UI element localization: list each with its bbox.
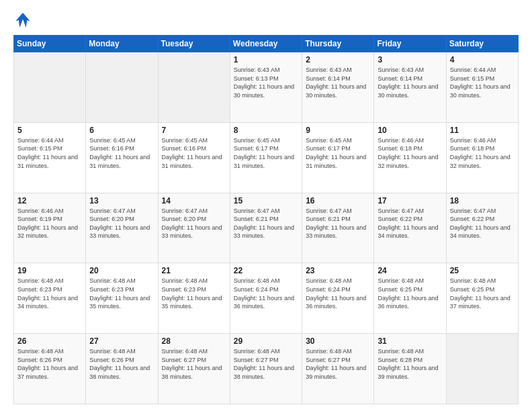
day-number: 16 bbox=[306, 196, 370, 205]
calendar-cell: 15Sunrise: 6:47 AMSunset: 6:21 PMDayligh… bbox=[230, 193, 302, 263]
day-number: 31 bbox=[378, 336, 442, 346]
calendar-cell bbox=[446, 334, 518, 404]
day-info: Sunrise: 6:43 AMSunset: 6:13 PMDaylight:… bbox=[234, 66, 298, 99]
logo-icon bbox=[13, 11, 32, 30]
calendar-cell: 27Sunrise: 6:48 AMSunset: 6:26 PMDayligh… bbox=[86, 334, 158, 404]
calendar-cell: 20Sunrise: 6:48 AMSunset: 6:23 PMDayligh… bbox=[86, 263, 158, 334]
day-info: Sunrise: 6:48 AMSunset: 6:27 PMDaylight:… bbox=[306, 347, 370, 381]
calendar-cell: 24Sunrise: 6:48 AMSunset: 6:25 PMDayligh… bbox=[374, 263, 446, 334]
day-number: 25 bbox=[450, 266, 515, 275]
day-info: Sunrise: 6:44 AMSunset: 6:15 PMDaylight:… bbox=[450, 66, 515, 99]
day-info: Sunrise: 6:48 AMSunset: 6:25 PMDaylight:… bbox=[378, 277, 442, 310]
calendar-header: SundayMondayTuesdayWednesdayThursdayFrid… bbox=[14, 36, 519, 52]
day-info: Sunrise: 6:48 AMSunset: 6:23 PMDaylight:… bbox=[17, 277, 82, 310]
calendar-cell: 16Sunrise: 6:47 AMSunset: 6:21 PMDayligh… bbox=[302, 193, 374, 263]
day-number: 5 bbox=[17, 126, 82, 135]
day-info: Sunrise: 6:45 AMSunset: 6:17 PMDaylight:… bbox=[306, 136, 370, 170]
calendar-week-3: 12Sunrise: 6:46 AMSunset: 6:19 PMDayligh… bbox=[14, 193, 519, 263]
day-number: 15 bbox=[234, 196, 298, 205]
calendar-cell: 10Sunrise: 6:46 AMSunset: 6:18 PMDayligh… bbox=[374, 122, 446, 193]
calendar-cell: 2Sunrise: 6:43 AMSunset: 6:14 PMDaylight… bbox=[302, 52, 374, 123]
day-number: 19 bbox=[17, 266, 82, 275]
weekday-header-monday: Monday bbox=[86, 36, 158, 52]
calendar: SundayMondayTuesdayWednesdayThursdayFrid… bbox=[13, 35, 519, 404]
day-info: Sunrise: 6:48 AMSunset: 6:25 PMDaylight:… bbox=[450, 277, 515, 310]
day-number: 22 bbox=[234, 266, 298, 275]
day-number: 24 bbox=[378, 266, 442, 275]
day-info: Sunrise: 6:47 AMSunset: 6:20 PMDaylight:… bbox=[89, 207, 154, 240]
day-number: 12 bbox=[17, 196, 82, 205]
calendar-cell: 3Sunrise: 6:43 AMSunset: 6:14 PMDaylight… bbox=[374, 52, 446, 123]
calendar-cell: 8Sunrise: 6:45 AMSunset: 6:17 PMDaylight… bbox=[230, 122, 302, 193]
calendar-cell: 19Sunrise: 6:48 AMSunset: 6:23 PMDayligh… bbox=[14, 263, 86, 334]
day-info: Sunrise: 6:48 AMSunset: 6:27 PMDaylight:… bbox=[234, 347, 298, 381]
page: SundayMondayTuesdayWednesdayThursdayFrid… bbox=[0, 0, 532, 411]
calendar-week-2: 5Sunrise: 6:44 AMSunset: 6:15 PMDaylight… bbox=[14, 122, 519, 193]
day-number: 23 bbox=[306, 266, 370, 275]
calendar-cell bbox=[14, 52, 86, 123]
calendar-cell: 23Sunrise: 6:48 AMSunset: 6:24 PMDayligh… bbox=[302, 263, 374, 334]
day-number: 18 bbox=[450, 196, 515, 205]
day-info: Sunrise: 6:48 AMSunset: 6:23 PMDaylight:… bbox=[162, 277, 226, 310]
day-info: Sunrise: 6:47 AMSunset: 6:21 PMDaylight:… bbox=[234, 207, 298, 240]
day-number: 10 bbox=[378, 126, 442, 135]
day-info: Sunrise: 6:43 AMSunset: 6:14 PMDaylight:… bbox=[306, 66, 370, 99]
day-number: 27 bbox=[89, 336, 154, 346]
day-number: 14 bbox=[162, 196, 226, 205]
calendar-cell: 22Sunrise: 6:48 AMSunset: 6:24 PMDayligh… bbox=[230, 263, 302, 334]
day-number: 13 bbox=[89, 196, 154, 205]
calendar-cell: 31Sunrise: 6:48 AMSunset: 6:28 PMDayligh… bbox=[374, 334, 446, 404]
calendar-cell: 4Sunrise: 6:44 AMSunset: 6:15 PMDaylight… bbox=[446, 52, 518, 123]
calendar-cell: 6Sunrise: 6:45 AMSunset: 6:16 PMDaylight… bbox=[86, 122, 158, 193]
day-info: Sunrise: 6:48 AMSunset: 6:28 PMDaylight:… bbox=[378, 347, 442, 381]
calendar-cell: 29Sunrise: 6:48 AMSunset: 6:27 PMDayligh… bbox=[230, 334, 302, 404]
calendar-cell: 30Sunrise: 6:48 AMSunset: 6:27 PMDayligh… bbox=[302, 334, 374, 404]
calendar-cell: 9Sunrise: 6:45 AMSunset: 6:17 PMDaylight… bbox=[302, 122, 374, 193]
calendar-cell: 14Sunrise: 6:47 AMSunset: 6:20 PMDayligh… bbox=[158, 193, 230, 263]
day-number: 28 bbox=[162, 336, 226, 346]
calendar-week-1: 1Sunrise: 6:43 AMSunset: 6:13 PMDaylight… bbox=[14, 52, 519, 123]
day-number: 9 bbox=[306, 126, 370, 135]
day-number: 29 bbox=[234, 336, 298, 346]
calendar-cell: 17Sunrise: 6:47 AMSunset: 6:22 PMDayligh… bbox=[374, 193, 446, 263]
weekday-header-friday: Friday bbox=[374, 36, 446, 52]
day-number: 30 bbox=[306, 336, 370, 346]
calendar-cell: 1Sunrise: 6:43 AMSunset: 6:13 PMDaylight… bbox=[230, 52, 302, 123]
day-number: 26 bbox=[17, 336, 82, 346]
day-info: Sunrise: 6:44 AMSunset: 6:15 PMDaylight:… bbox=[17, 136, 82, 170]
day-number: 17 bbox=[378, 196, 442, 205]
day-info: Sunrise: 6:48 AMSunset: 6:24 PMDaylight:… bbox=[234, 277, 298, 310]
day-number: 2 bbox=[306, 55, 370, 64]
calendar-cell: 7Sunrise: 6:45 AMSunset: 6:16 PMDaylight… bbox=[158, 122, 230, 193]
day-info: Sunrise: 6:48 AMSunset: 6:23 PMDaylight:… bbox=[89, 277, 154, 310]
day-number: 8 bbox=[234, 126, 298, 135]
calendar-cell: 26Sunrise: 6:48 AMSunset: 6:26 PMDayligh… bbox=[14, 334, 86, 404]
calendar-week-4: 19Sunrise: 6:48 AMSunset: 6:23 PMDayligh… bbox=[14, 263, 519, 334]
day-info: Sunrise: 6:47 AMSunset: 6:20 PMDaylight:… bbox=[162, 207, 226, 240]
day-info: Sunrise: 6:45 AMSunset: 6:17 PMDaylight:… bbox=[234, 136, 298, 170]
day-info: Sunrise: 6:45 AMSunset: 6:16 PMDaylight:… bbox=[162, 136, 226, 170]
day-info: Sunrise: 6:46 AMSunset: 6:18 PMDaylight:… bbox=[450, 136, 515, 170]
day-number: 20 bbox=[89, 266, 154, 275]
calendar-week-5: 26Sunrise: 6:48 AMSunset: 6:26 PMDayligh… bbox=[14, 334, 519, 404]
day-number: 11 bbox=[450, 126, 515, 135]
calendar-cell: 5Sunrise: 6:44 AMSunset: 6:15 PMDaylight… bbox=[14, 122, 86, 193]
calendar-cell: 21Sunrise: 6:48 AMSunset: 6:23 PMDayligh… bbox=[158, 263, 230, 334]
day-info: Sunrise: 6:48 AMSunset: 6:26 PMDaylight:… bbox=[17, 347, 82, 381]
day-number: 6 bbox=[89, 126, 154, 135]
day-info: Sunrise: 6:47 AMSunset: 6:22 PMDaylight:… bbox=[450, 207, 515, 240]
day-info: Sunrise: 6:48 AMSunset: 6:26 PMDaylight:… bbox=[89, 347, 154, 381]
calendar-cell bbox=[158, 52, 230, 123]
day-info: Sunrise: 6:47 AMSunset: 6:21 PMDaylight:… bbox=[306, 207, 370, 240]
day-info: Sunrise: 6:45 AMSunset: 6:16 PMDaylight:… bbox=[89, 136, 154, 170]
day-info: Sunrise: 6:47 AMSunset: 6:22 PMDaylight:… bbox=[378, 207, 442, 240]
day-info: Sunrise: 6:48 AMSunset: 6:24 PMDaylight:… bbox=[306, 277, 370, 310]
day-info: Sunrise: 6:46 AMSunset: 6:19 PMDaylight:… bbox=[17, 207, 82, 240]
weekday-header-tuesday: Tuesday bbox=[158, 36, 230, 52]
day-number: 4 bbox=[450, 55, 515, 64]
day-number: 1 bbox=[234, 55, 298, 64]
calendar-cell bbox=[86, 52, 158, 123]
weekday-row: SundayMondayTuesdayWednesdayThursdayFrid… bbox=[14, 36, 519, 52]
calendar-cell: 11Sunrise: 6:46 AMSunset: 6:18 PMDayligh… bbox=[446, 122, 518, 193]
day-info: Sunrise: 6:46 AMSunset: 6:18 PMDaylight:… bbox=[378, 136, 442, 170]
